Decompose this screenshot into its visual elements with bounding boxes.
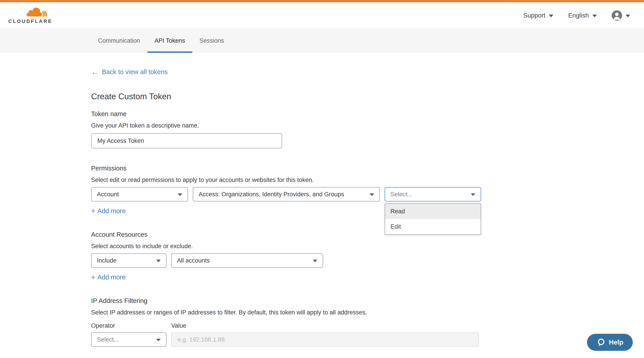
value-label: Value: [171, 322, 186, 329]
resource-accounts-select[interactable]: All accounts: [171, 253, 323, 268]
chevron-down-icon: [156, 260, 161, 262]
plus-icon: +: [91, 274, 95, 281]
token-name-heading: Token name: [91, 110, 644, 118]
ip-operator-select[interactable]: Select...: [91, 332, 166, 347]
help-button-label: Help: [609, 338, 623, 346]
permission-access-placeholder: Select...: [390, 191, 415, 198]
resource-mode-select[interactable]: Include: [91, 253, 166, 268]
support-menu[interactable]: Support: [523, 12, 553, 19]
menu-option-read[interactable]: Read: [385, 204, 481, 219]
permission-scope-value: Account: [97, 191, 122, 198]
chevron-down-icon: [370, 193, 374, 196]
permissions-description: Select edit or read permissions to apply…: [91, 177, 644, 183]
support-menu-label: Support: [523, 12, 545, 19]
permissions-row: Account Access: Organizations, Identity …: [91, 187, 644, 201]
account-resources-heading: Account Resources: [91, 231, 644, 238]
account-resources-row: Include All accounts: [91, 253, 644, 268]
token-name-input[interactable]: [91, 133, 282, 148]
tab-api-tokens[interactable]: API Tokens: [148, 29, 192, 53]
brand-accent-bar: [0, 0, 644, 2]
app-header: CLOUDFLARE Support English: [0, 2, 644, 29]
token-name-description: Give your API token a descriptive name.: [91, 122, 644, 129]
cloudflare-cloud-icon: [24, 7, 48, 19]
permission-group-select[interactable]: Access: Organizations, Identity Provider…: [193, 187, 380, 201]
resource-mode-value: Include: [97, 257, 119, 264]
back-link-label: Back to view all tokens: [102, 68, 168, 76]
ip-value-input[interactable]: [171, 332, 479, 347]
permission-access-menu: Read Edit: [384, 203, 481, 235]
ip-filtering-description: Select IP addresses or ranges of IP addr…: [91, 309, 644, 316]
add-more-label: Add more: [98, 273, 126, 281]
permission-access-select[interactable]: Select... Read Edit: [384, 187, 481, 201]
ip-filtering-row: Select...: [91, 332, 644, 347]
ip-filtering-heading: IP Address Filtering: [91, 297, 644, 304]
chevron-down-icon: [592, 15, 597, 17]
permission-group-value: Access: Organizations, Identity Provider…: [198, 191, 347, 198]
page-title: Create Custom Token: [91, 92, 644, 101]
chevron-down-icon: [313, 260, 317, 262]
profile-tabs: Communication API Tokens Sessions: [0, 29, 644, 53]
tab-communication[interactable]: Communication: [91, 29, 148, 53]
create-token-form: ← Back to view all tokens Create Custom …: [0, 53, 644, 347]
operator-label: Operator: [91, 322, 171, 329]
chevron-down-icon: [471, 193, 475, 196]
back-link[interactable]: ← Back to view all tokens: [91, 68, 168, 76]
chevron-down-icon: [626, 15, 630, 17]
chevron-down-icon: [156, 339, 161, 341]
account-resources-add-more-link[interactable]: + Add more: [91, 273, 126, 281]
language-menu-label: English: [568, 12, 589, 19]
back-arrow-icon: ←: [91, 68, 99, 76]
header-actions: Support English: [523, 10, 630, 21]
plus-icon: +: [91, 208, 95, 214]
chevron-down-icon: [178, 193, 182, 196]
permission-scope-select[interactable]: Account: [91, 187, 188, 201]
tab-sessions[interactable]: Sessions: [192, 29, 231, 53]
permissions-heading: Permissions: [91, 165, 644, 172]
account-menu[interactable]: [612, 10, 630, 21]
avatar-icon: [612, 10, 622, 21]
language-menu[interactable]: English: [568, 12, 597, 19]
ip-filtering-labels: Operator Value: [91, 322, 644, 329]
cloudflare-logo[interactable]: CLOUDFLARE: [8, 7, 52, 24]
ip-operator-placeholder: Select...: [97, 336, 122, 343]
resource-accounts-value: All accounts: [177, 257, 212, 264]
chevron-down-icon: [549, 15, 553, 17]
chat-bubble-icon: [596, 338, 606, 347]
cloudflare-wordmark: CLOUDFLARE: [8, 19, 52, 24]
menu-option-edit[interactable]: Edit: [385, 219, 481, 234]
permissions-add-more-link[interactable]: + Add more: [91, 207, 126, 215]
account-resources-description: Select accounts to include or exclude.: [91, 243, 644, 250]
add-more-label: Add more: [98, 207, 126, 215]
help-button[interactable]: Help: [587, 334, 633, 351]
